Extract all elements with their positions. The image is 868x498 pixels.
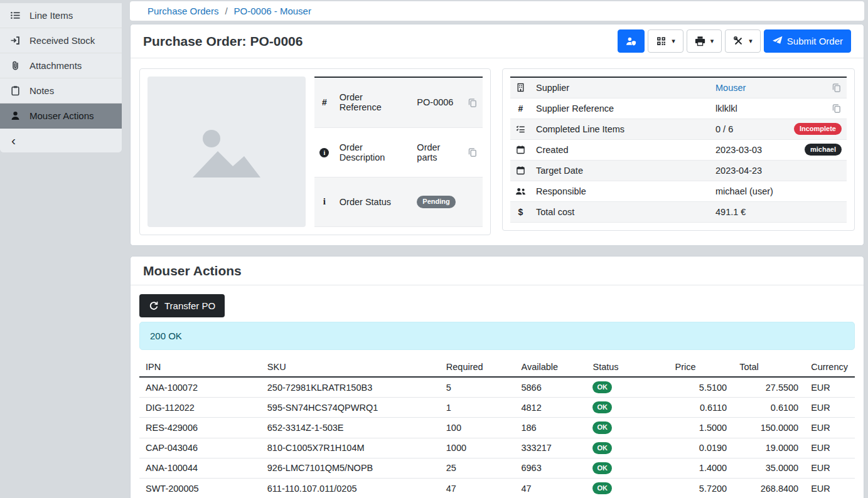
completed-line-items-value: 0 / 6 [710,119,784,139]
paper-plane-icon [772,36,783,46]
cell-required: 1 [440,398,515,418]
sidebar-item-label: Attachments [29,60,82,71]
cell-required: 5 [440,377,515,398]
sidebar-item-received-stock[interactable]: Received Stock [0,28,122,53]
sidebar-item-notes[interactable]: Notes [0,78,122,103]
completed-line-items-label: Completed Line Items [531,119,710,139]
hash-icon: # [322,97,327,107]
supplier-link[interactable]: Mouser [715,83,746,93]
cell-total: 150.0000 [733,418,805,438]
detail-row-order-reference: # Order Reference PO-0006 [314,77,483,127]
info-circle-icon: i [319,148,329,157]
ok-badge: OK [592,462,612,474]
order-actions-button[interactable]: ▾ [725,29,761,53]
detail-row-completed-line-items: Completed Line Items 0 / 6 Incomplete [510,119,847,139]
table-row: DIG-112022 595-SN74HCS74QPWRQ1 1 4812 OK… [139,398,855,418]
col-header-ipn: IPN [139,358,261,377]
created-value: 2023-03-03 [710,139,784,160]
caret-down-icon: ▾ [672,37,675,45]
sidebar-item-label: Received Stock [29,35,95,46]
cell-ipn: ANA-100072 [139,377,261,398]
supplier-info-card: Supplier Mouser # Supplier Reference [502,68,855,231]
detail-row-order-description: i Order Description Order parts [314,127,483,177]
cell-currency: EUR [805,398,855,418]
cell-total: 35.0000 [733,458,805,478]
users-icon [515,187,526,196]
user-shield-icon [626,36,636,46]
table-row: CAP-043046 810-C1005X7R1H104M 1000 33321… [139,438,855,458]
page-title: Purchase Order: PO-0006 [143,34,303,49]
sidebar-item-label: Notes [29,85,54,96]
submit-order-button[interactable]: Submit Order [764,29,851,53]
transfer-po-label: Transfer PO [164,300,215,311]
sidebar-menu: Line Items Received Stock Attachments No… [0,3,122,152]
cell-sku: 611-110.107.011/0205 [261,478,440,498]
cell-currency: EUR [805,377,855,398]
order-reference-label: Order Reference [335,77,412,127]
detail-row-supplier: Supplier Mouser [510,77,847,98]
transfer-po-button[interactable]: Transfer PO [139,294,225,317]
cell-available: 6963 [515,458,586,478]
cell-available: 47 [515,478,586,498]
supplier-detail-table: Supplier Mouser # Supplier Reference [510,77,847,223]
mouser-actions-panel-header: Mouser Actions [131,257,864,285]
barcode-actions-button[interactable]: ▾ [648,29,683,53]
responsible-label: Responsible [531,181,710,201]
ok-badge: OK [592,381,612,393]
list-check-icon [515,124,526,134]
part-image-placeholder[interactable] [147,77,306,227]
cell-total: 0.6100 [733,398,805,418]
sidebar-item-attachments[interactable]: Attachments [0,53,122,78]
created-label: Created [531,139,710,160]
incomplete-badge: Incomplete [794,123,842,135]
purchase-order-panel-header: Purchase Order: PO-0006 ▾ [131,24,864,58]
col-header-currency: Currency [805,358,855,377]
print-actions-button[interactable]: ▾ [687,29,722,53]
copy-icon[interactable] [468,98,478,108]
line-items-table: IPN SKU Required Available Status Price … [139,358,855,498]
copy-icon[interactable] [832,83,842,93]
ok-badge: OK [592,482,612,494]
supplier-reference-value: lklklkl [710,98,784,119]
table-row: ANA-100044 926-LMC7101QM5/NOPB 25 6963 O… [139,458,855,478]
admin-button[interactable] [618,29,645,53]
cell-sku: 652-3314Z-1-503E [261,418,440,438]
breadcrumb-link-purchase-orders[interactable]: Purchase Orders [147,6,218,16]
cell-required: 25 [440,458,515,478]
breadcrumb-link-current[interactable]: PO-0006 - Mouser [234,6,311,16]
created-by-badge: michael [805,144,842,156]
target-date-label: Target Date [531,160,710,181]
caret-down-icon: ▾ [710,37,714,45]
submit-order-label: Submit Order [787,36,843,46]
order-status-label: Order Status [335,177,412,226]
detail-row-created: Created 2023-03-03 michael [510,139,847,160]
mouser-actions-title: Mouser Actions [143,263,242,278]
status-badge: Pending [417,196,455,208]
sidebar-item-line-items[interactable]: Line Items [0,3,122,28]
cell-price: 5.5100 [669,377,734,398]
col-header-total: Total [733,358,805,377]
sidebar: Line Items Received Stock Attachments No… [0,0,122,498]
sidebar-item-mouser-actions[interactable]: Mouser Actions [0,103,122,129]
col-header-price: Price [669,358,734,377]
tools-icon [733,36,744,46]
detail-row-target-date: Target Date 2023-04-23 [510,160,847,181]
sidebar-collapse-button[interactable]: ‹ [0,129,122,152]
info-icon: i [323,196,326,206]
cell-required: 1000 [440,438,515,458]
order-description-value: Order parts [412,127,460,177]
detail-row-responsible: Responsible michael (user) [510,181,847,201]
sidebar-item-label: Mouser Actions [29,110,94,121]
qr-code-icon [656,36,667,46]
cell-available: 186 [515,418,586,438]
total-cost-value: 491.1 € [710,201,784,222]
copy-icon[interactable] [468,147,478,157]
copy-icon[interactable] [832,103,842,114]
cell-total: 19.0000 [733,438,805,458]
cell-currency: EUR [805,418,855,438]
order-detail-table: # Order Reference PO-0006 i Order D [314,77,483,227]
detail-row-total-cost: $ Total cost 491.1 € [510,201,847,222]
cell-required: 47 [440,478,515,498]
caret-down-icon: ▾ [749,37,753,45]
order-details: # Order Reference PO-0006 i Order D [131,58,864,245]
